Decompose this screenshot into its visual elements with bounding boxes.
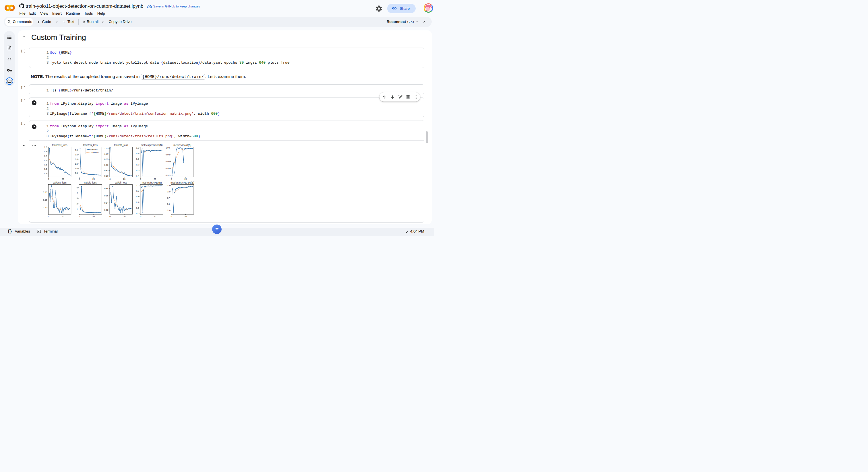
svg-text:0.9: 0.9 (44, 150, 47, 153)
svg-text:0: 0 (171, 178, 172, 180)
svg-text:0.6: 0.6 (136, 207, 139, 209)
svg-text:train/dfl_loss: train/dfl_loss (114, 144, 128, 146)
svg-text:20: 20 (154, 215, 156, 218)
svg-text:4: 4 (76, 192, 78, 194)
svg-text:5: 5 (76, 187, 78, 189)
svg-text:0.4: 0.4 (44, 172, 47, 175)
svg-text:3.0: 3.0 (75, 149, 78, 151)
svg-text:val/dfl_loss: val/dfl_loss (115, 181, 127, 184)
svg-text:0: 0 (79, 178, 80, 180)
svg-text:20: 20 (184, 215, 187, 218)
svg-text:0.9: 0.9 (167, 184, 169, 187)
svg-text:3: 3 (76, 197, 78, 200)
svg-text:train/box_loss: train/box_loss (52, 144, 67, 146)
svg-text:20: 20 (92, 178, 95, 180)
svg-text:0.96: 0.96 (166, 160, 169, 163)
svg-text:0.5: 0.5 (75, 172, 78, 174)
svg-text:0.92: 0.92 (166, 174, 169, 177)
svg-text:1: 1 (76, 208, 78, 210)
svg-text:20: 20 (154, 178, 156, 180)
svg-text:1.0: 1.0 (75, 167, 78, 170)
svg-text:0.85: 0.85 (104, 169, 108, 172)
svg-text:0: 0 (79, 215, 80, 218)
svg-text:0.86: 0.86 (104, 194, 108, 197)
svg-text:0: 0 (48, 215, 50, 218)
svg-text:0.9: 0.9 (136, 152, 139, 155)
svg-text:0.84: 0.84 (104, 202, 108, 204)
svg-text:0: 0 (48, 178, 50, 180)
svg-text:0.80: 0.80 (104, 175, 108, 177)
svg-text:val/cls_loss: val/cls_loss (84, 181, 97, 184)
svg-text:0.7: 0.7 (44, 159, 47, 162)
svg-text:0.5: 0.5 (167, 209, 169, 212)
svg-text:0.8: 0.8 (136, 195, 139, 198)
svg-text:0: 0 (140, 215, 141, 218)
svg-text:metrics/mAP50(B): metrics/mAP50(B) (142, 181, 162, 184)
svg-text:20: 20 (123, 178, 125, 180)
svg-text:metrics/precision(B): metrics/precision(B) (141, 144, 163, 146)
svg-text:0.6: 0.6 (44, 164, 47, 166)
svg-text:20: 20 (62, 215, 64, 218)
svg-text:0.6: 0.6 (136, 169, 139, 172)
svg-text:20: 20 (92, 215, 95, 218)
svg-text:train/cls_loss: train/cls_loss (83, 144, 98, 146)
svg-text:0.5: 0.5 (136, 175, 139, 177)
svg-text:0.90: 0.90 (104, 164, 108, 166)
svg-text:0.5: 0.5 (44, 168, 47, 170)
svg-text:0.8: 0.8 (136, 158, 139, 160)
svg-text:0: 0 (140, 178, 141, 180)
svg-text:0.7: 0.7 (136, 164, 139, 166)
svg-text:2: 2 (76, 202, 78, 205)
svg-text:20: 20 (184, 178, 187, 180)
svg-text:0.7: 0.7 (136, 201, 139, 204)
svg-text:val/box_loss: val/box_loss (53, 181, 66, 184)
svg-text:0.6: 0.6 (167, 203, 169, 205)
svg-text:1.00: 1.00 (166, 146, 169, 149)
svg-text:results: results (91, 148, 98, 151)
svg-text:2.5: 2.5 (75, 154, 78, 156)
svg-text:0: 0 (110, 178, 111, 180)
svg-text:0.9: 0.9 (136, 190, 139, 192)
svg-text:0.82: 0.82 (104, 209, 108, 211)
svg-text:0.95: 0.95 (104, 158, 108, 161)
svg-text:0.8: 0.8 (44, 155, 47, 158)
svg-text:1.0: 1.0 (136, 184, 139, 187)
svg-text:20: 20 (62, 178, 64, 180)
svg-text:1.5: 1.5 (75, 163, 78, 165)
svg-text:0.60: 0.60 (43, 199, 47, 201)
svg-text:1.05: 1.05 (104, 147, 108, 150)
svg-text:0.55: 0.55 (43, 206, 47, 209)
svg-text:metrics/recall(B): metrics/recall(B) (174, 144, 191, 146)
svg-text:0: 0 (110, 215, 111, 218)
svg-text:metrics/mAP50-95(B): metrics/mAP50-95(B) (170, 181, 194, 184)
svg-text:1.00: 1.00 (104, 153, 108, 155)
svg-text:1.0: 1.0 (136, 146, 139, 149)
svg-text:20: 20 (123, 215, 125, 218)
svg-text:0.7: 0.7 (167, 197, 169, 199)
svg-text:2.0: 2.0 (75, 158, 78, 161)
svg-text:1.0: 1.0 (44, 146, 47, 148)
svg-text:0.65: 0.65 (43, 191, 47, 194)
svg-text:smooth: smooth (91, 151, 98, 154)
svg-text:0.94: 0.94 (166, 167, 169, 170)
svg-text:0.5: 0.5 (136, 212, 139, 215)
svg-text:0.98: 0.98 (166, 154, 169, 156)
svg-text:0.88: 0.88 (104, 187, 108, 190)
svg-text:0.8: 0.8 (167, 191, 169, 193)
svg-text:0: 0 (171, 215, 172, 218)
